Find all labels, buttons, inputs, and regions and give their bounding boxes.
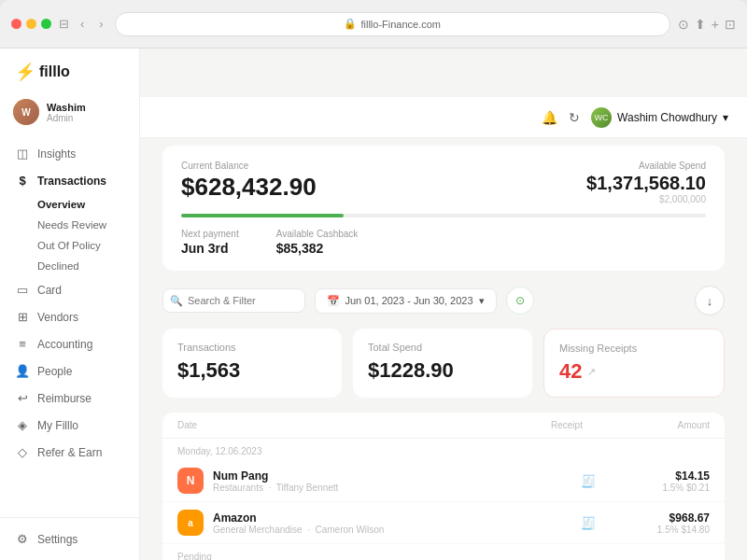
amount-main: $968.67 [626, 511, 710, 525]
calendar-icon: 📅 [327, 295, 340, 307]
sidebar-item-label: Card [37, 284, 62, 297]
forward-button[interactable]: › [95, 15, 106, 33]
pending-group-label: Pending [162, 544, 725, 560]
sidebar: ⚡ filllo W Washim Admin ◫ Insights $ Tra… [0, 49, 140, 560]
app-header: 🔔 ↻ WC Washim Chowdhury ▾ [140, 97, 747, 138]
logo-icon: ⚡ [15, 62, 35, 82]
header-user-name: Washim Chowdhury [617, 111, 717, 124]
merchant-cell: a Amazon General Merchandise · Cameron W… [177, 510, 551, 536]
refresh-button[interactable]: ↻ [569, 110, 580, 125]
insights-icon: ◫ [15, 147, 30, 161]
search-input[interactable] [162, 288, 305, 313]
sidebar-item-label: Transactions [37, 175, 106, 188]
amount-cell: $14.15 1.5% $0.21 [626, 469, 710, 493]
new-tab-button[interactable]: + [712, 17, 719, 32]
traffic-lights [11, 19, 51, 29]
missing-value: 42 [559, 359, 582, 384]
merchant-name: Amazon [213, 511, 384, 525]
date-filter[interactable]: 📅 Jun 01, 2023 - Jun 30, 2023 ▾ [315, 288, 497, 314]
balance-progress-bar [181, 214, 706, 217]
sidebar-item-insights[interactable]: ◫ Insights [0, 140, 139, 167]
stat-label: Missing Receipts [559, 343, 709, 354]
sidebar-item-label: Settings [37, 533, 78, 546]
sidebar-item-label: Insights [37, 147, 76, 161]
app-container: ⚡ filllo W Washim Admin ◫ Insights $ Tra… [0, 49, 747, 560]
avatar: W [13, 99, 39, 125]
sidebar-item-declined[interactable]: Declined [0, 256, 139, 276]
merchant-meta: Restaurants · Tiffany Bennett [213, 483, 338, 493]
fullscreen-button[interactable] [41, 19, 51, 29]
col-receipt: Receipt [551, 420, 626, 430]
table-row[interactable]: a Amazon General Merchandise · Cameron W… [162, 502, 725, 544]
lock-icon: 🔒 [344, 18, 357, 30]
browser-actions: ⊙ ⬆ + ⊡ [678, 17, 736, 32]
col-amount: Amount [626, 420, 710, 430]
logo-text: filllo [39, 63, 70, 80]
search-icon: 🔍 [170, 295, 183, 307]
merchant-details: Amazon General Merchandise · Cameron Wil… [213, 511, 384, 535]
sidebar-toggle-button[interactable]: ⊟ [59, 17, 69, 31]
balance-row: Current Balance $628,432.90 Available Sp… [181, 161, 706, 204]
sidebar-item-overview[interactable]: Overview [0, 194, 139, 215]
merchant-meta: General Merchandise · Cameron Wilson [213, 525, 384, 535]
balance-meta: Next payment Jun 3rd Available Cashback … [181, 229, 706, 256]
minimize-button[interactable] [26, 19, 36, 29]
stat-value: $1228.90 [368, 358, 517, 383]
sidebar-item-accounting[interactable]: ≡ Accounting [0, 330, 139, 357]
sidebar-item-vendors[interactable]: ⊞ Vendors [0, 303, 139, 330]
notification-button[interactable]: 🔔 [542, 110, 557, 125]
balance-section: Current Balance $628,432.90 Available Sp… [162, 146, 725, 271]
balance-amount: $628,432.90 [181, 173, 317, 202]
close-button[interactable] [11, 19, 21, 29]
amount-main: $14.15 [626, 469, 710, 483]
stat-card-transactions: Transactions $1,563 [162, 329, 342, 398]
sidebar-item-people[interactable]: 👤 People [0, 357, 139, 385]
sidebar-item-reimburse[interactable]: ↩ Reimburse [0, 385, 139, 412]
tabs-button[interactable]: ⊡ [725, 17, 736, 32]
merchant-details: Num Pang Restaurants · Tiffany Bennett [213, 469, 338, 493]
available-amount: $1,371,568.10 [586, 173, 706, 194]
amount-sub: 1.5% $14.80 [626, 525, 710, 535]
url-text: filllo-Finance.com [360, 19, 441, 30]
merchant-logo: N [177, 468, 204, 494]
available-spend-label: Available Spend [586, 161, 706, 171]
share-button[interactable]: ⬆ [695, 17, 706, 32]
address-bar[interactable]: 🔒 filllo-Finance.com [115, 12, 670, 36]
date-range-text: Jun 01, 2023 - Jun 30, 2023 [345, 295, 473, 306]
header-avatar: WC [591, 107, 612, 128]
sidebar-item-card[interactable]: ▭ Card [0, 276, 139, 303]
table-row[interactable]: N Num Pang Restaurants · Tiffany Bennett… [162, 460, 725, 502]
back-button[interactable]: ‹ [77, 15, 88, 33]
stat-card-missing-receipts: Missing Receipts 42 ↗ [543, 329, 725, 398]
missing-link-icon[interactable]: ↗ [587, 366, 596, 378]
history-button[interactable]: ⊙ [678, 17, 689, 32]
progress-fill [181, 214, 344, 217]
transactions-table: Date Receipt Amount Monday, 12.06.2023 N… [162, 413, 725, 560]
user-info: Washim Admin [47, 102, 86, 123]
sidebar-item-needs-review[interactable]: Needs Review [0, 215, 139, 235]
filter-icon-button[interactable]: ⊙ [506, 287, 534, 315]
download-button[interactable]: ↓ [695, 286, 725, 315]
reimburse-icon: ↩ [15, 391, 30, 405]
sidebar-item-my-filllo[interactable]: ◈ My Filllo [0, 412, 139, 439]
cashback-value: $85,382 [276, 241, 359, 256]
receipt-icon: 🧾 [551, 474, 626, 488]
header-user[interactable]: WC Washim Chowdhury ▾ [591, 107, 728, 128]
merchant-cell: N Num Pang Restaurants · Tiffany Bennett [177, 468, 551, 494]
table-header: Date Receipt Amount [162, 413, 725, 439]
sidebar-item-settings[interactable]: ⚙ Settings [0, 525, 139, 553]
next-payment-value: Jun 3rd [181, 241, 239, 256]
date-group-label: Monday, 12.06.2023 [162, 439, 725, 460]
stat-card-total-spend: Total Spend $1228.90 [353, 329, 532, 398]
sidebar-item-refer-earn[interactable]: ◇ Refer & Earn [0, 439, 139, 466]
sidebar-item-out-of-policy[interactable]: Out Of Policy [0, 235, 139, 256]
available-cashback: Available Cashback $85,382 [276, 229, 359, 256]
balance-left: Current Balance $628,432.90 [181, 161, 317, 202]
sidebar-item-transactions[interactable]: $ Transactions [0, 167, 139, 194]
sidebar-user[interactable]: W Washim Admin [0, 91, 139, 136]
browser-chrome: ⊟ ‹ › 🔒 filllo-Finance.com ⊙ ⬆ + ⊡ [0, 0, 747, 49]
balance-label: Current Balance [181, 161, 317, 171]
sidebar-item-label: My Filllo [37, 419, 78, 432]
stat-label: Transactions [177, 342, 327, 353]
content-inner: Overview Current Balance $628,432.90 Ava… [140, 90, 747, 560]
